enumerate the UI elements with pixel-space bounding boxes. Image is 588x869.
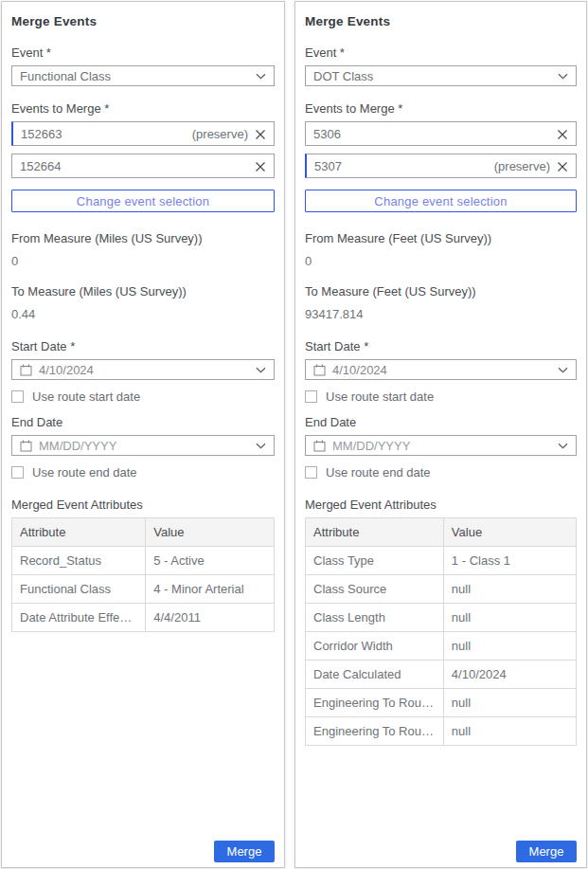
attribute-name-cell: Date Calculated bbox=[306, 661, 444, 689]
attribute-value-cell: 5 - Active bbox=[146, 547, 275, 575]
event-id-value: 152664 bbox=[20, 159, 248, 173]
end-date-label: End Date bbox=[11, 415, 275, 429]
end-date-label: End Date bbox=[305, 415, 577, 429]
to-measure-label: To Measure (Feet (US Survey)) bbox=[305, 284, 577, 299]
use-route-end-date-row: Use route end date bbox=[305, 465, 577, 480]
start-date-label: Start Date * bbox=[11, 339, 275, 353]
event-select[interactable]: Functional Class bbox=[11, 65, 275, 86]
events-to-merge-list: 152663 (preserve) 152664 bbox=[11, 121, 275, 178]
attribute-value-cell: null bbox=[443, 632, 576, 661]
event-to-merge-input[interactable]: 5307 (preserve) bbox=[305, 154, 577, 178]
start-date-value: 4/10/2024 bbox=[332, 363, 551, 377]
event-id-value: 5306 bbox=[313, 127, 550, 141]
from-measure-label: From Measure (Miles (US Survey)) bbox=[11, 231, 275, 245]
merge-events-workspace: Merge Events Event * Functional Class Ev… bbox=[0, 0, 588, 869]
attribute-name-cell: Record_Status bbox=[12, 547, 146, 575]
attribute-name-cell: Functional Class bbox=[12, 575, 146, 604]
use-route-end-date-checkbox[interactable] bbox=[305, 466, 317, 479]
merged-attributes-table: Attribute Value Class Type 1 - Class 1 C… bbox=[305, 517, 577, 746]
chevron-down-icon bbox=[256, 367, 266, 373]
merge-events-panel-left: Merge Events Event * Functional Class Ev… bbox=[1, 1, 285, 868]
from-measure-label: From Measure (Feet (US Survey)) bbox=[305, 231, 577, 245]
change-event-selection-button[interactable]: Change event selection bbox=[11, 190, 275, 212]
table-row: Date Attribute Effective 4/4/2011 bbox=[12, 604, 275, 632]
clear-icon[interactable] bbox=[557, 159, 568, 172]
event-to-merge-input[interactable]: 152664 bbox=[11, 154, 275, 178]
clear-icon[interactable] bbox=[255, 159, 266, 172]
table-row: Class Length null bbox=[306, 604, 577, 632]
from-measure-value: 0 bbox=[305, 254, 577, 268]
use-route-start-date-checkbox[interactable] bbox=[305, 390, 317, 403]
attribute-name-cell: Corridor Width bbox=[306, 632, 444, 661]
merge-button[interactable]: Merge bbox=[516, 841, 577, 862]
calendar-icon bbox=[313, 364, 326, 376]
end-date-picker[interactable]: MM/DD/YYYY bbox=[305, 435, 577, 456]
start-date-value: 4/10/2024 bbox=[39, 363, 249, 377]
panel-title: Merge Events bbox=[305, 14, 577, 28]
start-date-label: Start Date * bbox=[305, 339, 577, 353]
event-to-merge-input[interactable]: 152663 (preserve) bbox=[11, 121, 275, 146]
events-to-merge-label: Events to Merge * bbox=[11, 101, 275, 116]
use-route-end-date-row: Use route end date bbox=[11, 465, 275, 480]
to-measure-label: To Measure (Miles (US Survey)) bbox=[11, 284, 275, 299]
use-route-start-date-row: Use route start date bbox=[11, 389, 275, 404]
chevron-down-icon bbox=[256, 443, 266, 449]
merged-attributes-label: Merged Event Attributes bbox=[305, 498, 577, 512]
start-date-picker[interactable]: 4/10/2024 bbox=[11, 359, 275, 380]
start-date-picker[interactable]: 4/10/2024 bbox=[305, 359, 577, 380]
column-header-attribute: Attribute bbox=[306, 518, 444, 547]
event-select-value: Functional Class bbox=[20, 69, 256, 83]
chevron-down-icon bbox=[558, 73, 568, 80]
event-select-value: DOT Class bbox=[313, 69, 558, 83]
attribute-name-cell: Date Attribute Effective bbox=[12, 604, 146, 632]
attribute-value-cell: 4 - Minor Arterial bbox=[146, 575, 275, 604]
table-row: Engineering To Route ... null bbox=[306, 717, 577, 746]
table-header-row: Attribute Value bbox=[12, 518, 275, 547]
use-route-start-date-row: Use route start date bbox=[305, 389, 577, 404]
table-header-row: Attribute Value bbox=[306, 518, 577, 547]
column-header-attribute: Attribute bbox=[12, 518, 146, 547]
preserve-badge: (preserve) bbox=[494, 159, 550, 173]
use-route-start-date-checkbox[interactable] bbox=[11, 390, 24, 403]
attribute-value-cell: null bbox=[443, 575, 576, 604]
table-row: Class Type 1 - Class 1 bbox=[306, 547, 577, 575]
chevron-down-icon bbox=[256, 73, 266, 80]
table-row: Engineering To RouteID null bbox=[306, 689, 577, 717]
chevron-down-icon bbox=[558, 367, 568, 373]
use-route-start-date-label: Use route start date bbox=[326, 389, 434, 404]
event-select[interactable]: DOT Class bbox=[305, 65, 577, 86]
attribute-value-cell: null bbox=[443, 604, 576, 632]
change-event-selection-button[interactable]: Change event selection bbox=[305, 190, 577, 212]
merge-events-panel-right: Merge Events Event * DOT Class Events to… bbox=[294, 1, 587, 868]
attribute-name-cell: Engineering To RouteID bbox=[306, 689, 444, 717]
attribute-value-cell: null bbox=[443, 689, 576, 717]
table-row: Functional Class 4 - Minor Arterial bbox=[12, 575, 275, 604]
table-row: Record_Status 5 - Active bbox=[12, 547, 275, 575]
clear-icon[interactable] bbox=[255, 127, 266, 140]
from-measure-value: 0 bbox=[11, 254, 275, 268]
end-date-placeholder: MM/DD/YYYY bbox=[39, 439, 249, 453]
column-header-value: Value bbox=[443, 518, 576, 547]
calendar-icon bbox=[20, 440, 32, 452]
clear-icon[interactable] bbox=[557, 127, 568, 140]
attribute-name-cell: Class Source bbox=[306, 575, 444, 604]
use-route-end-date-label: Use route end date bbox=[326, 465, 431, 480]
attribute-value-cell: null bbox=[443, 717, 576, 746]
merge-button[interactable]: Merge bbox=[214, 841, 275, 862]
event-to-merge-input[interactable]: 5306 bbox=[305, 121, 577, 146]
table-row: Corridor Width null bbox=[306, 632, 577, 661]
events-to-merge-list: 5306 5307 (preserve) bbox=[305, 121, 577, 178]
use-route-end-date-checkbox[interactable] bbox=[11, 466, 24, 479]
to-measure-value: 93417.814 bbox=[305, 307, 577, 321]
attribute-name-cell: Class Length bbox=[306, 604, 444, 632]
to-measure-value: 0.44 bbox=[11, 307, 275, 321]
end-date-placeholder: MM/DD/YYYY bbox=[332, 439, 551, 453]
event-label: Event * bbox=[305, 45, 577, 60]
attribute-name-cell: Class Type bbox=[306, 547, 444, 575]
end-date-picker[interactable]: MM/DD/YYYY bbox=[11, 435, 275, 456]
table-row: Class Source null bbox=[306, 575, 577, 604]
chevron-down-icon bbox=[558, 443, 568, 449]
event-id-value: 5307 bbox=[314, 159, 494, 173]
attribute-value-cell: 4/4/2011 bbox=[146, 604, 275, 632]
use-route-start-date-label: Use route start date bbox=[32, 389, 140, 404]
